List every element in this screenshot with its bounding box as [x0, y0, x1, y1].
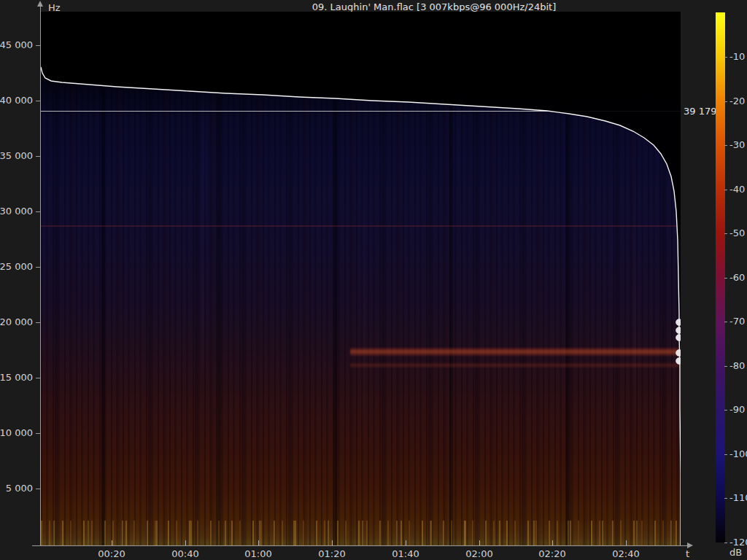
y-axis-unit: Hz: [48, 2, 61, 13]
db-tick-label: -80: [729, 360, 745, 371]
x-tick-label: 01:00: [229, 548, 287, 559]
x-tick-label: 02:00: [450, 548, 508, 559]
y-tick-mark: [36, 489, 40, 489]
y-tick-mark: [36, 45, 40, 46]
y-tick-label: 15 000: [0, 372, 33, 383]
cutoff-frequency-value: 39 179: [684, 106, 717, 117]
y-tick-mark: [36, 101, 40, 101]
y-tick-mark: [36, 211, 40, 212]
spectrum-analyzer-window: 09. Laughin' Man.flac [3 007kbps@96 000H…: [0, 0, 747, 560]
x-tick-label: 02:40: [597, 548, 655, 559]
y-tick-mark: [36, 433, 40, 434]
y-tick-mark: [36, 156, 40, 157]
db-tick-label: -100: [729, 448, 747, 459]
bitrate-dot-320: [676, 319, 681, 326]
db-tick-label: -90: [729, 404, 745, 415]
y-tick-label: 45 000: [0, 39, 33, 50]
x-tick-mark: [332, 540, 333, 545]
db-scale-unit: dB: [729, 547, 742, 558]
db-tick-mark: [724, 366, 727, 367]
x-tick-mark: [406, 540, 406, 545]
db-tick-mark: [724, 101, 727, 102]
x-axis-unit: t: [686, 548, 689, 559]
x-tick-label: 01:20: [303, 548, 361, 559]
db-tick-mark: [724, 322, 727, 322]
frequency-cutoff-curve: [41, 12, 681, 545]
y-tick-label: 40 000: [0, 95, 33, 106]
x-tick-mark: [626, 540, 627, 545]
db-tick-label: -60: [729, 272, 745, 283]
x-tick-label: 02:20: [523, 548, 581, 559]
db-tick-label: -20: [729, 96, 745, 106]
spectrogram-plot: 320 256 192 160 128: [41, 12, 681, 545]
db-tick-mark: [724, 454, 727, 455]
y-axis-line: [40, 6, 41, 545]
y-tick-label: 25 000: [0, 261, 33, 272]
x-tick-mark: [552, 540, 553, 545]
x-tick-mark: [112, 540, 112, 545]
x-axis-arrow-icon: [687, 542, 693, 548]
db-tick-label: -110: [729, 492, 747, 503]
x-tick-label: 00:20: [82, 548, 141, 559]
y-tick-mark: [36, 378, 40, 378]
x-tick-mark: [185, 540, 186, 545]
y-tick-label: 20 000: [0, 316, 33, 327]
db-tick-label: -30: [729, 139, 745, 150]
x-tick-label: 01:40: [376, 548, 435, 559]
y-axis-arrow-icon: [37, 1, 43, 7]
y-tick-label: 10 000: [0, 427, 33, 438]
y-tick-mark: [36, 267, 40, 268]
y-tick-label: 30 000: [0, 206, 33, 217]
db-tick-label: -50: [729, 228, 745, 238]
x-tick-mark: [479, 540, 480, 545]
db-tick-label: -120: [729, 537, 747, 548]
x-axis-line: [32, 545, 688, 546]
db-tick-label: -70: [729, 316, 745, 327]
db-tick-mark: [724, 233, 727, 234]
db-tick-mark: [724, 190, 727, 190]
db-tick-mark: [724, 410, 727, 411]
x-tick-mark: [258, 540, 259, 545]
y-tick-label: 35 000: [0, 150, 33, 161]
db-tick-mark: [724, 57, 727, 58]
db-tick-mark: [724, 542, 727, 543]
db-tick-label: -40: [729, 184, 745, 195]
x-tick-label: 00:40: [156, 548, 214, 559]
y-tick-label: 5 000: [6, 483, 33, 494]
y-tick-mark: [36, 322, 40, 323]
db-tick-mark: [724, 498, 727, 499]
db-tick-label: -10: [729, 51, 745, 62]
above-cutoff-black-region: [41, 12, 681, 545]
db-tick-mark: [724, 278, 727, 279]
db-tick-mark: [724, 145, 727, 146]
cutoff-curve-path: [41, 67, 681, 545]
